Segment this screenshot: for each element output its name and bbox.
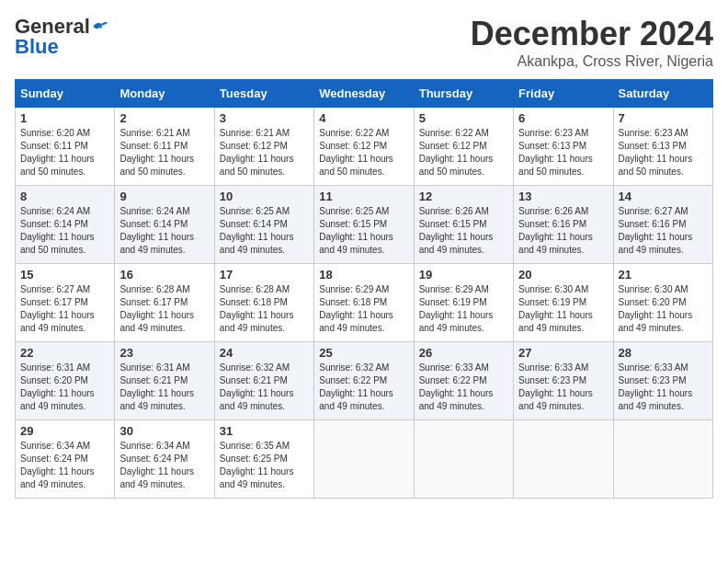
day-number: 1 bbox=[20, 111, 109, 125]
day-info: Sunrise: 6:32 AMSunset: 6:22 PMDaylight:… bbox=[319, 362, 393, 411]
day-number: 9 bbox=[119, 190, 209, 203]
day-info: Sunrise: 6:23 AMSunset: 6:13 PMDaylight:… bbox=[619, 128, 693, 177]
calendar-cell: 24 Sunrise: 6:32 AMSunset: 6:21 PMDaylig… bbox=[214, 342, 313, 420]
calendar-cell: 12 Sunrise: 6:26 AMSunset: 6:15 PMDaylig… bbox=[414, 186, 513, 264]
day-info: Sunrise: 6:34 AMSunset: 6:24 PMDaylight:… bbox=[20, 441, 95, 489]
calendar-cell: 30 Sunrise: 6:34 AMSunset: 6:24 PMDaylig… bbox=[115, 420, 214, 499]
day-info: Sunrise: 6:27 AMSunset: 6:16 PMDaylight:… bbox=[619, 206, 693, 255]
weekday-header-cell: Monday bbox=[115, 80, 214, 108]
weekday-header-cell: Tuesday bbox=[214, 80, 313, 108]
calendar-cell: 5 Sunrise: 6:22 AMSunset: 6:12 PMDayligh… bbox=[414, 108, 513, 186]
day-info: Sunrise: 6:23 AMSunset: 6:13 PMDaylight:… bbox=[518, 128, 593, 177]
calendar-cell: 29 Sunrise: 6:34 AMSunset: 6:24 PMDaylig… bbox=[16, 420, 115, 499]
calendar-cell: 10 Sunrise: 6:25 AMSunset: 6:14 PMDaylig… bbox=[214, 186, 313, 264]
day-number: 22 bbox=[20, 346, 109, 360]
day-number: 25 bbox=[319, 346, 408, 360]
day-number: 13 bbox=[518, 190, 608, 203]
day-info: Sunrise: 6:33 AMSunset: 6:23 PMDaylight:… bbox=[619, 362, 693, 411]
calendar-cell: 13 Sunrise: 6:26 AMSunset: 6:16 PMDaylig… bbox=[514, 186, 613, 264]
day-info: Sunrise: 6:21 AMSunset: 6:11 PMDaylight:… bbox=[119, 128, 194, 177]
day-number: 31 bbox=[220, 424, 309, 438]
weekday-header-row: SundayMondayTuesdayWednesdayThursdayFrid… bbox=[16, 80, 713, 108]
day-number: 26 bbox=[419, 346, 508, 360]
day-number: 14 bbox=[619, 190, 708, 203]
day-number: 23 bbox=[119, 346, 209, 360]
day-info: Sunrise: 6:33 AMSunset: 6:22 PMDaylight:… bbox=[419, 362, 494, 411]
calendar-cell: 21 Sunrise: 6:30 AMSunset: 6:20 PMDaylig… bbox=[613, 264, 712, 342]
calendar-cell: 14 Sunrise: 6:27 AMSunset: 6:16 PMDaylig… bbox=[613, 186, 712, 264]
day-number: 2 bbox=[119, 111, 209, 125]
day-info: Sunrise: 6:30 AMSunset: 6:19 PMDaylight:… bbox=[518, 284, 593, 333]
day-info: Sunrise: 6:28 AMSunset: 6:17 PMDaylight:… bbox=[119, 284, 194, 333]
day-info: Sunrise: 6:31 AMSunset: 6:21 PMDaylight:… bbox=[119, 362, 194, 411]
day-info: Sunrise: 6:25 AMSunset: 6:15 PMDaylight:… bbox=[319, 206, 393, 255]
title-block: December 2024 Akankpa, Cross River, Nige… bbox=[471, 15, 713, 70]
calendar-table: SundayMondayTuesdayWednesdayThursdayFrid… bbox=[15, 79, 713, 499]
day-number: 18 bbox=[319, 268, 408, 282]
calendar-cell: 19 Sunrise: 6:29 AMSunset: 6:19 PMDaylig… bbox=[414, 264, 513, 342]
page-header: General Blue December 2024 Akankpa, Cros… bbox=[15, 15, 713, 70]
calendar-cell: 6 Sunrise: 6:23 AMSunset: 6:13 PMDayligh… bbox=[514, 108, 613, 186]
day-number: 5 bbox=[419, 111, 508, 125]
calendar-cell bbox=[414, 420, 513, 499]
day-number: 20 bbox=[518, 268, 608, 282]
weekday-header-cell: Friday bbox=[514, 80, 613, 108]
calendar-cell: 7 Sunrise: 6:23 AMSunset: 6:13 PMDayligh… bbox=[613, 108, 712, 186]
day-number: 29 bbox=[20, 424, 109, 438]
day-number: 28 bbox=[619, 346, 708, 360]
calendar-week-row: 29 Sunrise: 6:34 AMSunset: 6:24 PMDaylig… bbox=[16, 420, 713, 499]
day-info: Sunrise: 6:35 AMSunset: 6:25 PMDaylight:… bbox=[220, 441, 294, 489]
calendar-cell bbox=[514, 420, 613, 499]
calendar-cell: 18 Sunrise: 6:29 AMSunset: 6:18 PMDaylig… bbox=[314, 264, 414, 342]
calendar-cell: 11 Sunrise: 6:25 AMSunset: 6:15 PMDaylig… bbox=[314, 186, 414, 264]
day-number: 12 bbox=[419, 190, 508, 203]
day-info: Sunrise: 6:33 AMSunset: 6:23 PMDaylight:… bbox=[518, 362, 593, 411]
calendar-cell: 15 Sunrise: 6:27 AMSunset: 6:17 PMDaylig… bbox=[16, 264, 115, 342]
calendar-week-row: 8 Sunrise: 6:24 AMSunset: 6:14 PMDayligh… bbox=[16, 186, 713, 264]
weekday-header-cell: Sunday bbox=[16, 80, 115, 108]
day-number: 17 bbox=[220, 268, 309, 282]
day-number: 19 bbox=[419, 268, 508, 282]
day-number: 15 bbox=[20, 268, 109, 282]
calendar-cell: 17 Sunrise: 6:28 AMSunset: 6:18 PMDaylig… bbox=[214, 264, 313, 342]
calendar-cell: 20 Sunrise: 6:30 AMSunset: 6:19 PMDaylig… bbox=[514, 264, 613, 342]
day-info: Sunrise: 6:34 AMSunset: 6:24 PMDaylight:… bbox=[119, 441, 194, 489]
calendar-cell: 25 Sunrise: 6:32 AMSunset: 6:22 PMDaylig… bbox=[314, 342, 414, 420]
day-number: 16 bbox=[119, 268, 209, 282]
day-info: Sunrise: 6:26 AMSunset: 6:16 PMDaylight:… bbox=[518, 206, 593, 255]
day-number: 27 bbox=[518, 346, 608, 360]
day-info: Sunrise: 6:27 AMSunset: 6:17 PMDaylight:… bbox=[20, 284, 95, 333]
calendar-cell: 16 Sunrise: 6:28 AMSunset: 6:17 PMDaylig… bbox=[115, 264, 214, 342]
calendar-cell: 31 Sunrise: 6:35 AMSunset: 6:25 PMDaylig… bbox=[214, 420, 313, 499]
logo-bird-icon bbox=[92, 20, 108, 33]
day-number: 3 bbox=[220, 111, 309, 125]
month-title: December 2024 bbox=[471, 15, 713, 53]
calendar-week-row: 1 Sunrise: 6:20 AMSunset: 6:11 PMDayligh… bbox=[16, 108, 713, 186]
calendar-cell: 28 Sunrise: 6:33 AMSunset: 6:23 PMDaylig… bbox=[613, 342, 712, 420]
calendar-cell: 27 Sunrise: 6:33 AMSunset: 6:23 PMDaylig… bbox=[514, 342, 613, 420]
calendar-cell: 3 Sunrise: 6:21 AMSunset: 6:12 PMDayligh… bbox=[214, 108, 313, 186]
day-info: Sunrise: 6:29 AMSunset: 6:18 PMDaylight:… bbox=[319, 284, 393, 333]
weekday-header-cell: Saturday bbox=[613, 80, 712, 108]
day-info: Sunrise: 6:26 AMSunset: 6:15 PMDaylight:… bbox=[419, 206, 494, 255]
calendar-cell: 1 Sunrise: 6:20 AMSunset: 6:11 PMDayligh… bbox=[16, 108, 115, 186]
day-number: 24 bbox=[220, 346, 309, 360]
day-info: Sunrise: 6:28 AMSunset: 6:18 PMDaylight:… bbox=[220, 284, 294, 333]
day-info: Sunrise: 6:21 AMSunset: 6:12 PMDaylight:… bbox=[220, 128, 294, 177]
calendar-cell bbox=[314, 420, 414, 499]
calendar-cell: 8 Sunrise: 6:24 AMSunset: 6:14 PMDayligh… bbox=[16, 186, 115, 264]
logo-blue: Blue bbox=[15, 35, 59, 59]
day-info: Sunrise: 6:22 AMSunset: 6:12 PMDaylight:… bbox=[419, 128, 494, 177]
calendar-week-row: 22 Sunrise: 6:31 AMSunset: 6:20 PMDaylig… bbox=[16, 342, 713, 420]
calendar-cell bbox=[613, 420, 712, 499]
calendar-cell: 4 Sunrise: 6:22 AMSunset: 6:12 PMDayligh… bbox=[314, 108, 414, 186]
day-info: Sunrise: 6:20 AMSunset: 6:11 PMDaylight:… bbox=[20, 128, 95, 177]
day-info: Sunrise: 6:29 AMSunset: 6:19 PMDaylight:… bbox=[419, 284, 494, 333]
day-info: Sunrise: 6:22 AMSunset: 6:12 PMDaylight:… bbox=[319, 128, 393, 177]
day-number: 10 bbox=[220, 190, 309, 203]
day-number: 6 bbox=[518, 111, 608, 125]
calendar-cell: 9 Sunrise: 6:24 AMSunset: 6:14 PMDayligh… bbox=[115, 186, 214, 264]
calendar-cell: 22 Sunrise: 6:31 AMSunset: 6:20 PMDaylig… bbox=[16, 342, 115, 420]
weekday-header-cell: Thursday bbox=[414, 80, 513, 108]
calendar-week-row: 15 Sunrise: 6:27 AMSunset: 6:17 PMDaylig… bbox=[16, 264, 713, 342]
